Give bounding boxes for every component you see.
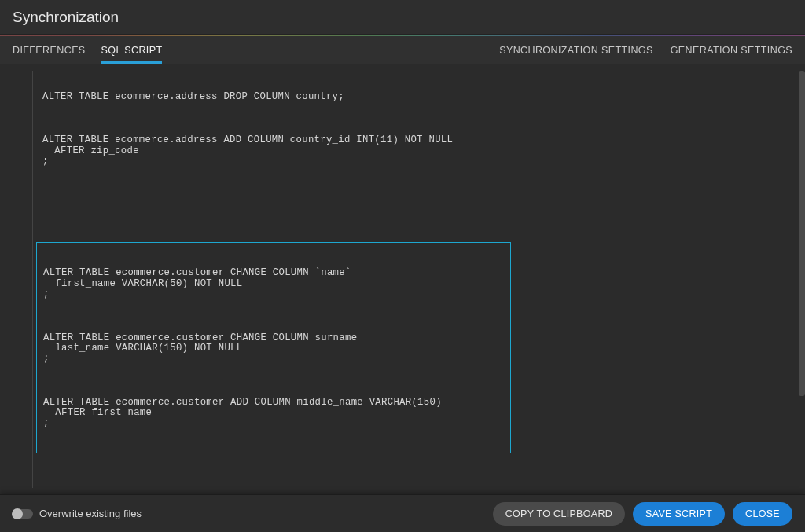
sql-statement: ALTER TABLE ecommerce.address ADD COLUMN… bbox=[36, 135, 797, 167]
accent-stripe bbox=[0, 35, 805, 36]
close-button[interactable]: CLOSE bbox=[733, 502, 792, 526]
sql-statement: ALTER TABLE ecommerce.customer CHANGE CO… bbox=[43, 268, 504, 299]
copy-to-clipboard-button[interactable]: COPY TO CLIPBOARD bbox=[493, 502, 625, 526]
title-bar: Synchronization bbox=[0, 0, 805, 35]
save-script-button[interactable]: SAVE SCRIPT bbox=[633, 502, 725, 526]
toggle-knob[interactable] bbox=[12, 508, 23, 519]
page-title: Synchronization bbox=[13, 9, 119, 26]
toggle-track[interactable] bbox=[13, 509, 33, 519]
sql-code-area[interactable]: ALTER TABLE ecommerce.address DROP COLUM… bbox=[36, 71, 797, 488]
tab-differences[interactable]: DIFFERENCES bbox=[13, 36, 86, 64]
tab-sql-script[interactable]: SQL SCRIPT bbox=[101, 36, 163, 64]
sql-statement: ALTER TABLE ecommerce.customer ADD COLUM… bbox=[43, 398, 504, 429]
scrollbar-thumb[interactable] bbox=[799, 71, 805, 396]
sql-statement: ALTER TABLE ecommerce.address DROP COLUM… bbox=[36, 92, 797, 102]
overwrite-label: Overwrite existing files bbox=[39, 508, 142, 519]
tabs-bar: DIFFERENCES SQL SCRIPT SYNCHRONIZATION S… bbox=[0, 36, 805, 64]
sql-statement: ALTER TABLE ecommerce.customer CHANGE CO… bbox=[43, 333, 504, 365]
footer-bar: Overwrite existing files COPY TO CLIPBOA… bbox=[0, 494, 805, 532]
script-panel: ALTER TABLE ecommerce.address DROP COLUM… bbox=[0, 64, 805, 494]
overwrite-toggle[interactable]: Overwrite existing files bbox=[13, 508, 142, 519]
link-synchronization-settings[interactable]: SYNCHRONIZATION SETTINGS bbox=[499, 36, 653, 64]
highlighted-region: 1 ALTER TABLE ecommerce.customer CHANGE … bbox=[36, 211, 797, 487]
link-generation-settings[interactable]: GENERATION SETTINGS bbox=[671, 36, 792, 64]
scrollbar-track[interactable] bbox=[799, 71, 805, 488]
code-gutter bbox=[11, 71, 33, 488]
